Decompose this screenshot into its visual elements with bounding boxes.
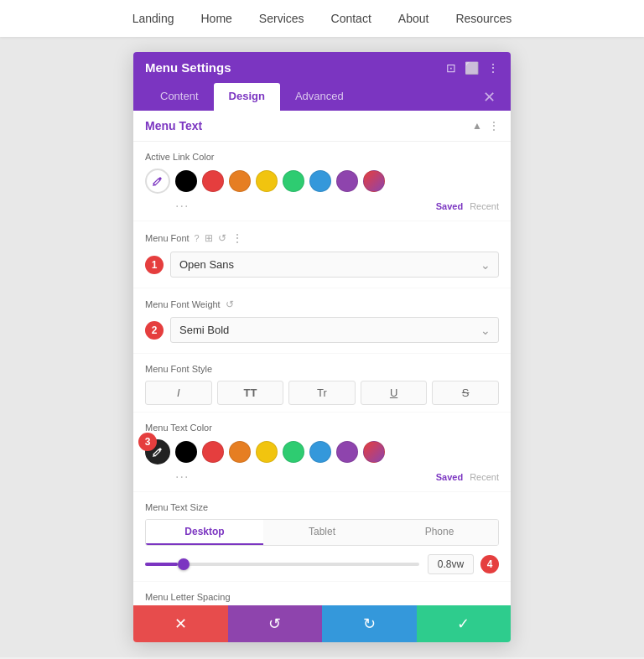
text-color-more-icon[interactable]: ··· [175,470,189,485]
menu-text-size-label: Menu Text Size [145,502,499,512]
text-color-blue[interactable] [309,441,331,463]
collapse-icon[interactable]: ▲ [472,120,482,132]
text-color-orange[interactable] [229,441,251,463]
expand-icon[interactable]: ⬜ [465,61,479,75]
device-tab-phone[interactable]: Phone [381,520,498,545]
color-red[interactable] [202,170,224,192]
menu-settings-panel: Menu Settings ⊡ ⬜ ⋮ Content Design Advan… [133,52,511,642]
top-navigation: Landing Home Services Contact About Reso… [0,0,644,37]
menu-font-weight-label-row: Menu Font Weight ↺ [145,298,499,310]
panel-title: Menu Settings [145,60,231,75]
nav-home[interactable]: Home [201,12,232,25]
menu-font-select-wrapper: Open Sans [170,252,499,278]
text-size-slider-thumb[interactable] [178,558,190,570]
text-size-slider-fill [145,563,178,566]
font-style-capitalize[interactable]: Tr [288,381,356,405]
color-black[interactable] [175,170,197,192]
text-color-gradient[interactable] [363,441,385,463]
nav-contact[interactable]: Contact [331,12,371,25]
menu-text-color-label: Menu Text Color [145,423,499,433]
color-orange[interactable] [229,170,251,192]
cancel-button[interactable]: ✕ [133,605,228,642]
menu-font-style-label: Menu Font Style [145,364,499,374]
text-color-yellow[interactable] [256,441,278,463]
text-color-purple[interactable] [336,441,358,463]
color-more-icon[interactable]: ··· [175,199,189,214]
nav-about[interactable]: About [398,12,429,25]
redo-button[interactable]: ↻ [322,605,417,642]
color-gradient[interactable] [363,170,385,192]
device-tab-desktop[interactable]: Desktop [146,520,263,545]
text-size-slider-row: 0.8vw 4 [145,554,499,574]
more-options-icon[interactable]: ⋮ [487,61,499,75]
text-color-recent-link[interactable]: Recent [470,472,499,482]
section-more-icon[interactable]: ⋮ [489,120,499,132]
menu-text-color-row: Menu Text Color 3 [133,413,511,492]
menu-font-weight-select-wrapper: Semi Bold [170,317,499,343]
panel-header-icons: ⊡ ⬜ ⋮ [446,61,499,75]
panel-close-icon[interactable]: ✕ [480,85,499,110]
badge-2: 2 [145,321,164,340]
text-size-value[interactable]: 0.8vw [428,554,474,574]
font-style-strikethrough[interactable]: S [432,381,499,405]
menu-font-weight-select-row: 2 Semi Bold [145,317,499,343]
text-size-slider-track[interactable] [145,563,419,566]
color-purple[interactable] [336,170,358,192]
menu-text-section-header: Menu Text ▲ ⋮ [133,111,511,142]
font-style-italic[interactable]: I [145,381,212,405]
panel-content: Menu Text ▲ ⋮ Active Link Color [133,111,511,605]
menu-text-size-row: Menu Text Size Desktop Tablet Phone 0.8v… [133,492,511,582]
section-title: Menu Text [145,119,202,132]
color-blue[interactable] [309,170,331,192]
panel-footer: ✕ ↺ ↻ ✓ [133,605,511,642]
menu-text-color-picker-wrapper: 3 [145,439,170,464]
color-picker-button[interactable] [145,169,170,194]
nav-resources[interactable]: Resources [455,12,512,25]
active-link-color-row: Active Link Color ··· [133,142,511,221]
font-style-underline[interactable]: U [361,381,428,405]
saved-link[interactable]: Saved [436,201,463,211]
text-color-red[interactable] [202,441,224,463]
menu-font-row: Menu Font ? ⊞ ↺ ⋮ 1 Open Sans [133,221,511,288]
menu-font-select-row: 1 Open Sans [145,252,499,278]
menu-letter-spacing-row: Menu Letter Spacing 1px 5 [133,582,511,605]
panel-tabs: Content Design Advanced ✕ [133,83,511,111]
reset-button[interactable]: ↺ [228,605,323,642]
color-yellow[interactable] [256,170,278,192]
nav-landing[interactable]: Landing [132,12,174,25]
recent-link[interactable]: Recent [470,201,499,211]
menu-font-label-row: Menu Font ? ⊞ ↺ ⋮ [145,231,499,245]
font-style-uppercase[interactable]: TT [217,381,284,405]
text-color-green[interactable] [283,441,304,463]
save-button[interactable]: ✓ [417,605,512,642]
device-tabs: Desktop Tablet Phone [145,519,499,546]
tab-design[interactable]: Design [214,83,280,111]
menu-font-select[interactable]: Open Sans [170,252,499,278]
font-reset-icon[interactable]: ↺ [218,232,226,244]
badge-1: 1 [145,256,164,274]
page-background: Menu Settings ⊡ ⬜ ⋮ Content Design Advan… [0,37,644,657]
badge-3: 3 [138,433,157,451]
badge-4: 4 [480,555,499,573]
font-more-icon[interactable]: ⋮ [231,231,243,245]
nav-services[interactable]: Services [259,12,304,25]
menu-font-weight-select[interactable]: Semi Bold [170,317,499,343]
tab-content[interactable]: Content [145,83,214,111]
font-help-icon: ? [195,233,200,243]
minimize-icon[interactable]: ⊡ [446,61,456,75]
text-size-value-wrapper: 0.8vw 4 [428,554,499,574]
menu-letter-spacing-label: Menu Letter Spacing [145,592,499,602]
color-actions: ··· Saved Recent [175,199,499,214]
tab-advanced[interactable]: Advanced [280,83,359,111]
menu-text-color-swatches: 3 [145,439,499,464]
active-link-color-swatches [145,169,499,194]
color-green[interactable] [283,170,304,192]
menu-font-label: Menu Font [145,233,190,243]
panel-header: Menu Settings ⊡ ⬜ ⋮ [133,52,511,83]
device-tab-tablet[interactable]: Tablet [263,520,381,545]
text-color-black[interactable] [175,441,197,463]
font-weight-reset-icon[interactable]: ↺ [226,298,234,310]
text-color-saved-link[interactable]: Saved [436,472,463,482]
font-upload-icon[interactable]: ⊞ [205,232,213,244]
font-style-buttons: I TT Tr U S [145,381,499,405]
